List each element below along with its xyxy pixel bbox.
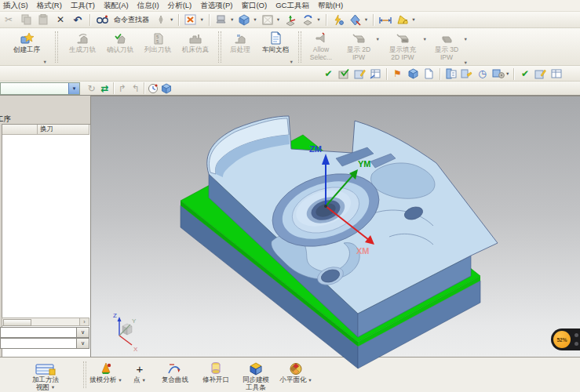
patch-opening-button[interactable]: 修补开口	[196, 360, 235, 384]
table-icon[interactable]	[549, 67, 563, 80]
edit-object-icon[interactable]	[534, 67, 547, 80]
analysis-flash-icon[interactable]	[331, 13, 345, 27]
paste-icon[interactable]	[36, 13, 50, 27]
graphics-viewport[interactable]	[91, 96, 580, 358]
verify-check-icon[interactable]: ✔	[518, 67, 531, 80]
composite-curve-button[interactable]: 复合曲线	[155, 360, 195, 384]
generate-toolpath-button[interactable]: 生成刀轨	[64, 31, 100, 64]
machine-setup-icon[interactable]	[491, 67, 505, 80]
postprocess-button[interactable]: 后处理	[224, 31, 256, 64]
dropdown-caret-icon[interactable]: ▼	[505, 71, 509, 76]
history-clock-icon[interactable]	[146, 82, 159, 95]
recorder-overlay[interactable]: 52%	[551, 328, 580, 350]
check-box-icon[interactable]	[337, 67, 351, 80]
dropdown-caret-icon[interactable]: ▼	[276, 17, 280, 22]
menu-window[interactable]: 窗口(O)	[241, 1, 267, 11]
dropdown-caret-icon[interactable]: ▼	[464, 60, 468, 65]
menu-help[interactable]: 帮助(H)	[318, 1, 343, 11]
verify-toolpath-button[interactable]: 确认刀轨	[102, 31, 138, 64]
dropdown-caret-icon[interactable]: ▼	[290, 60, 294, 64]
dropdown-caret-icon[interactable]: ▼	[423, 37, 427, 42]
show-3d-ipw-button[interactable]: 显示 3D IPW ▼ ▼	[429, 31, 465, 64]
facet-button[interactable]: 小平面化 ▼	[276, 360, 316, 384]
chevron-down-icon[interactable]: ∨	[76, 339, 89, 348]
dropdown-caret-icon[interactable]: ▼	[199, 17, 203, 22]
chevron-down-icon[interactable]: ∨	[76, 328, 89, 337]
undo-icon[interactable]: ↶	[71, 13, 85, 27]
dropdown-caret-icon[interactable]: ▼	[142, 378, 146, 383]
allow-selection-button[interactable]: Allow Selec...	[305, 31, 337, 64]
draft-analysis-button[interactable]: 拔模分析 ▼	[86, 360, 126, 384]
verify-check-icon[interactable]: ✔	[322, 67, 335, 80]
command-finder-label[interactable]: 命令查找器	[114, 15, 149, 25]
workstation-icon[interactable]	[214, 13, 228, 27]
undo-branch-icon[interactable]: ↰	[129, 82, 142, 95]
dropdown-caret-icon[interactable]: ▼	[376, 37, 380, 42]
shop-documentation-button[interactable]: 车间文档 ▼	[257, 31, 294, 64]
copy-icon[interactable]	[19, 13, 33, 27]
flag-icon[interactable]: ⚑	[391, 67, 404, 80]
blue-box-icon[interactable]	[159, 82, 173, 95]
overlay-dot-icon[interactable]	[575, 342, 578, 346]
create-operation-button[interactable]: 创建工序 ▼	[5, 31, 49, 64]
measure-angle-icon[interactable]	[396, 13, 410, 27]
dropdown-caret-icon[interactable]: ▼	[43, 60, 47, 64]
dropdown-caret-icon[interactable]: ▼	[253, 17, 257, 22]
point-button[interactable]: + 点 ▼	[127, 360, 152, 384]
list-toolpath-button[interactable]: 55 列出刀轨	[140, 31, 176, 64]
dropdown-caret-icon[interactable]: ▼	[411, 17, 415, 22]
machine-simulation-button[interactable]: 机床仿真	[177, 31, 213, 64]
navigator-filter-combo-2[interactable]: ∨	[0, 338, 89, 349]
dropdown-caret-icon[interactable]: ▼	[230, 17, 234, 22]
orient-view-icon[interactable]	[283, 13, 297, 27]
scrollbar-thumb[interactable]	[3, 319, 31, 326]
snap-point-icon[interactable]	[154, 13, 168, 27]
navigator-filter-combo-1[interactable]: ∨	[0, 327, 89, 338]
wireframe-view-icon[interactable]	[261, 13, 275, 27]
dropdown-caret-icon[interactable]: ▼	[308, 378, 312, 383]
redo-branch-icon[interactable]: ↱	[115, 82, 129, 95]
column-header-tool-change[interactable]: 换刀	[38, 125, 89, 135]
object-inspect-icon[interactable]	[348, 13, 363, 27]
reset-orientation-icon[interactable]	[184, 13, 198, 27]
show-filled-2d-ipw-button[interactable]: 显示填充 2D IPW ▼	[381, 31, 424, 64]
list-properties-icon[interactable]	[444, 67, 458, 80]
dropdown-caret-icon[interactable]: ▼	[51, 385, 55, 390]
swap-arrows-icon[interactable]: ⇄	[98, 82, 111, 95]
edit-object-icon[interactable]	[353, 67, 367, 80]
menu-preferences[interactable]: 首选项(P)	[200, 1, 232, 11]
scroll-right-icon[interactable]: ›	[79, 318, 89, 325]
dropdown-caret-icon[interactable]: ▼	[364, 17, 368, 22]
recorder-badge[interactable]: 52%	[553, 331, 571, 348]
dropdown-caret-icon[interactable]: ▼	[464, 37, 468, 42]
measure-distance-icon[interactable]	[378, 13, 392, 27]
table-arrows-icon[interactable]	[369, 67, 382, 80]
synchronous-modeling-button[interactable]: 同步建模 工具条	[237, 360, 275, 392]
menu-information[interactable]: 信息(I)	[137, 1, 159, 11]
show-2d-ipw-button[interactable]: 显示 2D IPW ▼	[341, 31, 377, 64]
selection-scope-combo[interactable]: ▼	[0, 82, 80, 95]
menu-tools[interactable]: 工具(T)	[71, 1, 95, 11]
overlay-dot-icon[interactable]	[575, 333, 578, 337]
rotate-view-icon[interactable]	[301, 13, 315, 27]
menu-gc-toolbox[interactable]: GC工具箱	[275, 1, 309, 11]
cut-icon[interactable]: ✂	[2, 13, 16, 27]
command-finder-icon[interactable]	[95, 13, 109, 27]
delete-icon[interactable]: ✕	[53, 13, 67, 27]
clock-history-icon[interactable]: ◷	[476, 67, 489, 80]
shaded-view-icon[interactable]	[237, 13, 251, 27]
workpiece-icon[interactable]	[407, 67, 420, 80]
refresh-icon[interactable]: ↻	[85, 82, 98, 95]
menu-format[interactable]: 格式(R)	[37, 1, 62, 11]
menu-insert[interactable]: 插入(S)	[3, 1, 28, 11]
document-icon[interactable]	[422, 67, 436, 80]
menu-analysis[interactable]: 分析(L)	[168, 1, 192, 11]
navigator-hscrollbar[interactable]: ›	[2, 318, 89, 326]
machining-method-view-button[interactable]: 加工方法 视图 ▼	[13, 360, 78, 392]
dropdown-caret-icon[interactable]: ▼	[118, 378, 122, 383]
dropdown-caret-icon[interactable]: ▼	[316, 17, 320, 22]
dropdown-caret-icon[interactable]: ▼	[170, 17, 173, 22]
combo-dropdown-icon[interactable]: ▼	[68, 83, 79, 94]
column-header-name[interactable]	[2, 125, 38, 135]
tool-settings-icon[interactable]	[460, 67, 473, 80]
